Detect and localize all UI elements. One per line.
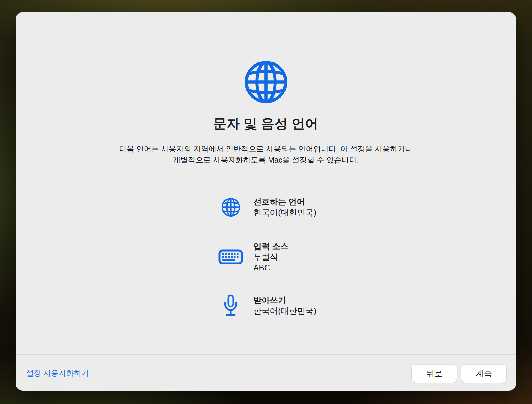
globe-icon	[215, 198, 246, 217]
setup-assistant-window: 문자 및 음성 언어 다음 언어는 사용자의 지역에서 일반적으로 사용되는 언…	[16, 12, 516, 391]
dictation-section: 받아쓰기 한국어(대한민국)	[215, 294, 316, 317]
back-button[interactable]: 뒤로	[412, 365, 457, 383]
page-description-line1: 다음 언어는 사용자의 지역에서 일반적으로 사용되는 언어입니다. 이 설정을…	[16, 143, 516, 154]
page-title: 문자 및 음성 언어	[16, 115, 516, 133]
customize-settings-link[interactable]: 설정 사용자화하기	[26, 368, 89, 378]
section-value: 두벌식	[253, 252, 288, 262]
input-sources-section: 입력 소스 두벌식 ABC	[215, 241, 288, 273]
continue-button[interactable]: 계속	[461, 365, 506, 383]
button-bar: 뒤로 계속	[412, 365, 506, 383]
microphone-icon	[215, 294, 246, 317]
section-value: 한국어(대한민국)	[253, 306, 316, 316]
section-label: 입력 소스	[253, 241, 288, 252]
section-value: ABC	[253, 262, 288, 273]
section-label: 선호하는 언어	[253, 196, 316, 207]
page-description: 다음 언어는 사용자의 지역에서 일반적으로 사용되는 언어입니다. 이 설정을…	[16, 143, 516, 165]
section-label: 받아쓰기	[253, 295, 316, 306]
preferred-language-section: 선호하는 언어 한국어(대한민국)	[215, 196, 316, 218]
section-value: 한국어(대한민국)	[253, 207, 316, 218]
page-description-line2: 개별적으로 사용자화하도록 Mac을 설정할 수 있습니다.	[16, 154, 516, 165]
globe-icon	[244, 60, 288, 104]
footer-divider	[16, 354, 516, 355]
keyboard-icon	[215, 249, 246, 264]
